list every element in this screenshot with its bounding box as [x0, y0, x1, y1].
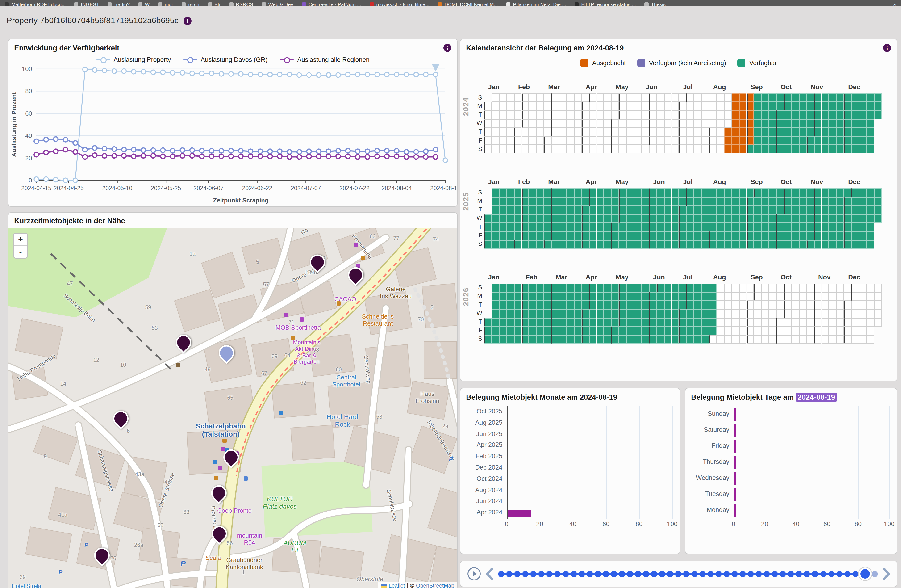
timeline-dot[interactable] [683, 571, 689, 577]
timeline-dot[interactable] [595, 571, 601, 577]
calendar-day-cell [851, 206, 859, 214]
timeline-dot[interactable] [748, 571, 754, 577]
timeline-dot[interactable] [836, 571, 842, 577]
legend-item[interactable]: Auslastung alle Regionen [280, 56, 369, 63]
poi-icon [212, 460, 217, 464]
timeline-dot[interactable] [563, 571, 569, 577]
timeline-dot[interactable] [635, 571, 641, 577]
leaflet-link[interactable]: Leaflet [389, 583, 405, 588]
bookmark-item[interactable]: Btr [208, 2, 221, 6]
timeline-dot[interactable] [796, 571, 802, 577]
timeline-dot[interactable] [619, 571, 625, 577]
bookmark-item[interactable]: RSRCS [229, 2, 253, 6]
timeline-dot[interactable] [707, 571, 714, 577]
timeline-dot[interactable] [872, 571, 878, 577]
bookmark-item[interactable]: DCMI: DCMI Kernel M... [438, 2, 498, 6]
calendar-day-cell [776, 102, 784, 111]
timeline-dot[interactable] [756, 571, 762, 577]
bookmark-item[interactable]: HTTP response status ... [575, 2, 636, 6]
timeline-dot[interactable] [820, 571, 826, 577]
timeline-dot[interactable] [643, 571, 649, 577]
info-icon[interactable]: i [443, 44, 451, 52]
leaflet-map[interactable]: Obere StrassePromenadePromenadeSchatzalp… [8, 228, 457, 588]
bookmark-item[interactable]: rradio? [108, 2, 130, 6]
timeline-dot[interactable] [627, 571, 633, 577]
bookmark-item[interactable]: Matterhorn RDF | docu... [5, 2, 66, 6]
timeline-dot[interactable] [659, 571, 666, 577]
calendar-day-cell [642, 292, 649, 301]
bookmark-item[interactable]: Pflanzen im Netz. Die ... [507, 2, 566, 6]
timeline-dot[interactable] [740, 571, 746, 577]
timeline-dot[interactable] [498, 571, 504, 577]
calendar-day-cell [724, 292, 732, 301]
timeline-dot[interactable] [578, 571, 585, 577]
bookmark-item[interactable]: mgr [158, 2, 173, 6]
calendar-day-cell [851, 136, 859, 145]
timeline-dot[interactable] [611, 571, 617, 577]
play-button[interactable] [467, 567, 481, 581]
next-chevron[interactable] [882, 568, 890, 580]
timeline-dot[interactable] [667, 571, 673, 577]
timeline-dot[interactable] [522, 571, 528, 577]
calendar-day-cell [514, 223, 522, 231]
calendar-day-cell [762, 318, 769, 326]
timeline-dot[interactable] [812, 571, 818, 577]
timeline-dot[interactable] [844, 571, 850, 577]
legend-item[interactable]: Auslastung Property [96, 56, 171, 63]
legend-item[interactable]: Auslastung Davos (GR) [183, 56, 268, 63]
timeline-dot[interactable] [571, 571, 577, 577]
info-icon[interactable]: i [883, 44, 891, 52]
calendar-day-cell [739, 111, 747, 119]
calendar-month-label: Jan [488, 83, 499, 90]
calendar-day-cell [694, 231, 701, 240]
timeline-dot[interactable] [699, 571, 706, 577]
timeline-dot-selected[interactable] [860, 569, 870, 579]
timeline-dot[interactable] [691, 571, 697, 577]
timeline-dot[interactable] [780, 571, 786, 577]
timeline-dot[interactable] [804, 571, 810, 577]
timeline-dot[interactable] [675, 571, 681, 577]
timeline-dot[interactable] [732, 571, 738, 577]
openstreetmap-link[interactable]: OpenStreetMap [416, 583, 454, 588]
timeline-dot[interactable] [586, 571, 593, 577]
timeline-dot[interactable] [530, 571, 536, 577]
bookmark-item[interactable]: Thesis [644, 2, 666, 6]
calendar-day-cell [604, 292, 612, 301]
timeline-dot[interactable] [828, 571, 834, 577]
timeline-dot[interactable] [555, 571, 561, 577]
timeline-dot[interactable] [723, 571, 730, 577]
bookmark-item[interactable]: rsrch [182, 2, 199, 6]
timeline-dot[interactable] [547, 571, 553, 577]
timeline-dot[interactable] [514, 571, 520, 577]
previous-chevron[interactable] [486, 568, 493, 580]
timeline-dot[interactable] [716, 571, 722, 577]
info-icon[interactable]: i [183, 17, 191, 25]
calendar-day-cell [762, 223, 769, 231]
timeline-dot[interactable] [772, 571, 778, 577]
bookmark-item[interactable]: W [138, 2, 150, 6]
calendar-day-cell [851, 240, 859, 248]
timeline-dot[interactable] [506, 571, 512, 577]
timeline-dot[interactable] [651, 571, 657, 577]
calendar-day-cell [687, 102, 694, 111]
calendar-day-cell [597, 94, 604, 102]
timeline-dot[interactable] [764, 571, 770, 577]
calendar-day-cell [536, 231, 544, 240]
calendar-day-cell [792, 128, 799, 136]
timeline-dot[interactable] [853, 571, 859, 577]
timeline-dot[interactable] [788, 571, 794, 577]
zoom-in-button[interactable]: + [14, 234, 27, 246]
calendar-day-cell [634, 284, 642, 292]
calendar-day-cell [792, 240, 799, 248]
bookmark-item[interactable]: INGEST [74, 2, 99, 6]
timeline-dot[interactable] [603, 571, 609, 577]
zoom-out-button[interactable]: - [14, 246, 27, 258]
calendar-day-cell [612, 335, 619, 343]
bookmark-item[interactable]: Web & Dev [262, 2, 293, 6]
calendar-day-cell [784, 136, 792, 145]
bookmark-item[interactable]: movies.ch - kino, filme... [369, 2, 429, 6]
timeline-dot[interactable] [538, 571, 545, 577]
bookmarks-overflow-chevron[interactable]: » [893, 2, 896, 6]
bookmark-item[interactable]: Centre-ville - PatNum ... [302, 2, 361, 6]
calendar-month-label: Mar [556, 273, 567, 281]
